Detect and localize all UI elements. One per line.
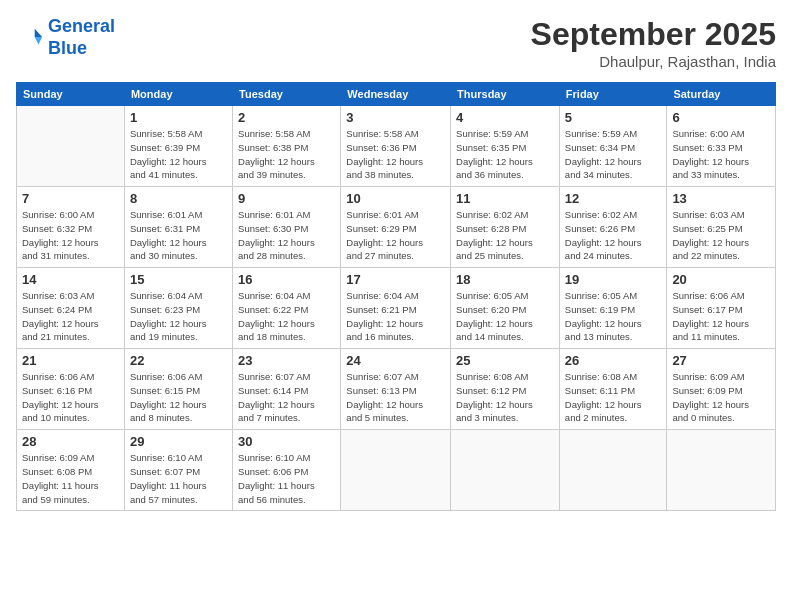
day-number: 16: [238, 272, 335, 287]
day-number: 26: [565, 353, 662, 368]
day-number: 1: [130, 110, 227, 125]
calendar-header-row: SundayMondayTuesdayWednesdayThursdayFrid…: [17, 83, 776, 106]
day-number: 28: [22, 434, 119, 449]
logo-text: General Blue: [48, 16, 115, 59]
day-detail: Sunrise: 6:03 AMSunset: 6:25 PMDaylight:…: [672, 208, 770, 263]
day-detail: Sunrise: 5:59 AMSunset: 6:34 PMDaylight:…: [565, 127, 662, 182]
calendar-cell: 9Sunrise: 6:01 AMSunset: 6:30 PMDaylight…: [233, 187, 341, 268]
day-header-friday: Friday: [559, 83, 667, 106]
day-detail: Sunrise: 6:10 AMSunset: 6:07 PMDaylight:…: [130, 451, 227, 506]
day-detail: Sunrise: 6:06 AMSunset: 6:17 PMDaylight:…: [672, 289, 770, 344]
day-number: 29: [130, 434, 227, 449]
day-number: 13: [672, 191, 770, 206]
calendar-cell: 11Sunrise: 6:02 AMSunset: 6:28 PMDayligh…: [451, 187, 560, 268]
calendar-cell: 28Sunrise: 6:09 AMSunset: 6:08 PMDayligh…: [17, 430, 125, 511]
day-header-thursday: Thursday: [451, 83, 560, 106]
day-number: 17: [346, 272, 445, 287]
day-number: 20: [672, 272, 770, 287]
calendar-cell: [451, 430, 560, 511]
calendar-cell: 19Sunrise: 6:05 AMSunset: 6:19 PMDayligh…: [559, 268, 667, 349]
svg-marker-1: [35, 37, 42, 44]
calendar-week-5: 28Sunrise: 6:09 AMSunset: 6:08 PMDayligh…: [17, 430, 776, 511]
calendar-cell: 24Sunrise: 6:07 AMSunset: 6:13 PMDayligh…: [341, 349, 451, 430]
calendar-cell: 4Sunrise: 5:59 AMSunset: 6:35 PMDaylight…: [451, 106, 560, 187]
logo-icon: [16, 24, 44, 52]
day-detail: Sunrise: 6:04 AMSunset: 6:23 PMDaylight:…: [130, 289, 227, 344]
day-header-monday: Monday: [124, 83, 232, 106]
day-header-saturday: Saturday: [667, 83, 776, 106]
calendar-week-2: 7Sunrise: 6:00 AMSunset: 6:32 PMDaylight…: [17, 187, 776, 268]
calendar-cell: [341, 430, 451, 511]
header: General Blue September 2025 Dhaulpur, Ra…: [16, 16, 776, 70]
day-detail: Sunrise: 5:59 AMSunset: 6:35 PMDaylight:…: [456, 127, 554, 182]
day-number: 19: [565, 272, 662, 287]
day-detail: Sunrise: 5:58 AMSunset: 6:38 PMDaylight:…: [238, 127, 335, 182]
calendar-cell: [17, 106, 125, 187]
calendar-cell: 12Sunrise: 6:02 AMSunset: 6:26 PMDayligh…: [559, 187, 667, 268]
day-number: 8: [130, 191, 227, 206]
calendar-cell: 7Sunrise: 6:00 AMSunset: 6:32 PMDaylight…: [17, 187, 125, 268]
calendar-body: 1Sunrise: 5:58 AMSunset: 6:39 PMDaylight…: [17, 106, 776, 511]
day-detail: Sunrise: 6:10 AMSunset: 6:06 PMDaylight:…: [238, 451, 335, 506]
day-detail: Sunrise: 6:09 AMSunset: 6:08 PMDaylight:…: [22, 451, 119, 506]
day-number: 12: [565, 191, 662, 206]
day-number: 7: [22, 191, 119, 206]
day-number: 18: [456, 272, 554, 287]
calendar-cell: 10Sunrise: 6:01 AMSunset: 6:29 PMDayligh…: [341, 187, 451, 268]
calendar-cell: 20Sunrise: 6:06 AMSunset: 6:17 PMDayligh…: [667, 268, 776, 349]
day-number: 4: [456, 110, 554, 125]
calendar-cell: [667, 430, 776, 511]
calendar-cell: 6Sunrise: 6:00 AMSunset: 6:33 PMDaylight…: [667, 106, 776, 187]
day-number: 15: [130, 272, 227, 287]
day-detail: Sunrise: 6:07 AMSunset: 6:14 PMDaylight:…: [238, 370, 335, 425]
calendar-cell: 22Sunrise: 6:06 AMSunset: 6:15 PMDayligh…: [124, 349, 232, 430]
day-header-wednesday: Wednesday: [341, 83, 451, 106]
day-detail: Sunrise: 6:01 AMSunset: 6:31 PMDaylight:…: [130, 208, 227, 263]
logo: General Blue: [16, 16, 115, 59]
day-detail: Sunrise: 6:03 AMSunset: 6:24 PMDaylight:…: [22, 289, 119, 344]
calendar-table: SundayMondayTuesdayWednesdayThursdayFrid…: [16, 82, 776, 511]
day-detail: Sunrise: 5:58 AMSunset: 6:39 PMDaylight:…: [130, 127, 227, 182]
calendar-cell: 3Sunrise: 5:58 AMSunset: 6:36 PMDaylight…: [341, 106, 451, 187]
day-detail: Sunrise: 6:06 AMSunset: 6:16 PMDaylight:…: [22, 370, 119, 425]
calendar-cell: 15Sunrise: 6:04 AMSunset: 6:23 PMDayligh…: [124, 268, 232, 349]
subtitle: Dhaulpur, Rajasthan, India: [531, 53, 776, 70]
calendar-cell: 21Sunrise: 6:06 AMSunset: 6:16 PMDayligh…: [17, 349, 125, 430]
day-detail: Sunrise: 6:06 AMSunset: 6:15 PMDaylight:…: [130, 370, 227, 425]
month-title: September 2025: [531, 16, 776, 53]
calendar-cell: 18Sunrise: 6:05 AMSunset: 6:20 PMDayligh…: [451, 268, 560, 349]
day-number: 2: [238, 110, 335, 125]
day-detail: Sunrise: 6:01 AMSunset: 6:30 PMDaylight:…: [238, 208, 335, 263]
calendar-cell: 2Sunrise: 5:58 AMSunset: 6:38 PMDaylight…: [233, 106, 341, 187]
calendar-cell: [559, 430, 667, 511]
calendar-cell: 17Sunrise: 6:04 AMSunset: 6:21 PMDayligh…: [341, 268, 451, 349]
day-detail: Sunrise: 6:07 AMSunset: 6:13 PMDaylight:…: [346, 370, 445, 425]
day-number: 9: [238, 191, 335, 206]
day-detail: Sunrise: 6:02 AMSunset: 6:28 PMDaylight:…: [456, 208, 554, 263]
calendar-cell: 25Sunrise: 6:08 AMSunset: 6:12 PMDayligh…: [451, 349, 560, 430]
day-detail: Sunrise: 6:08 AMSunset: 6:12 PMDaylight:…: [456, 370, 554, 425]
calendar-week-1: 1Sunrise: 5:58 AMSunset: 6:39 PMDaylight…: [17, 106, 776, 187]
day-number: 14: [22, 272, 119, 287]
calendar-week-3: 14Sunrise: 6:03 AMSunset: 6:24 PMDayligh…: [17, 268, 776, 349]
day-number: 22: [130, 353, 227, 368]
day-detail: Sunrise: 6:05 AMSunset: 6:20 PMDaylight:…: [456, 289, 554, 344]
day-number: 3: [346, 110, 445, 125]
calendar-cell: 8Sunrise: 6:01 AMSunset: 6:31 PMDaylight…: [124, 187, 232, 268]
calendar-cell: 27Sunrise: 6:09 AMSunset: 6:09 PMDayligh…: [667, 349, 776, 430]
page: General Blue September 2025 Dhaulpur, Ra…: [0, 0, 792, 612]
calendar-cell: 14Sunrise: 6:03 AMSunset: 6:24 PMDayligh…: [17, 268, 125, 349]
day-detail: Sunrise: 6:00 AMSunset: 6:32 PMDaylight:…: [22, 208, 119, 263]
calendar-cell: 23Sunrise: 6:07 AMSunset: 6:14 PMDayligh…: [233, 349, 341, 430]
day-number: 11: [456, 191, 554, 206]
day-detail: Sunrise: 6:09 AMSunset: 6:09 PMDaylight:…: [672, 370, 770, 425]
calendar-cell: 30Sunrise: 6:10 AMSunset: 6:06 PMDayligh…: [233, 430, 341, 511]
day-number: 10: [346, 191, 445, 206]
calendar-cell: 5Sunrise: 5:59 AMSunset: 6:34 PMDaylight…: [559, 106, 667, 187]
day-number: 25: [456, 353, 554, 368]
calendar-cell: 13Sunrise: 6:03 AMSunset: 6:25 PMDayligh…: [667, 187, 776, 268]
day-detail: Sunrise: 6:00 AMSunset: 6:33 PMDaylight:…: [672, 127, 770, 182]
day-detail: Sunrise: 6:05 AMSunset: 6:19 PMDaylight:…: [565, 289, 662, 344]
calendar-cell: 1Sunrise: 5:58 AMSunset: 6:39 PMDaylight…: [124, 106, 232, 187]
day-detail: Sunrise: 6:04 AMSunset: 6:21 PMDaylight:…: [346, 289, 445, 344]
